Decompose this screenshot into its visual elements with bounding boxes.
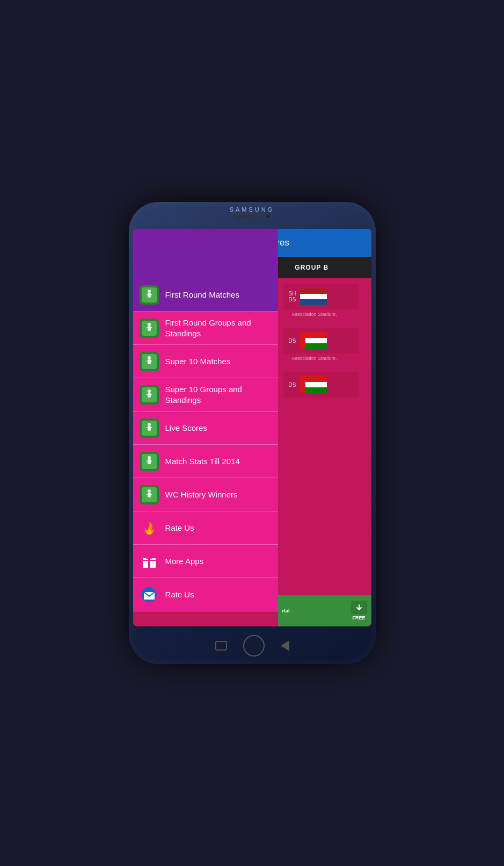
svg-rect-22 — [148, 426, 151, 431]
cricket-icon-4 — [140, 385, 159, 405]
drawer-item-wc-history[interactable]: WC History Winners — [133, 478, 278, 511]
drawer-header — [133, 229, 278, 278]
svg-rect-14 — [148, 359, 151, 364]
wc-history-label: WC History Winners — [165, 489, 238, 500]
mail-icon — [140, 585, 159, 604]
live-scores-label: Live Scores — [165, 423, 207, 434]
drawer-item-match-stats[interactable]: Match Stats Till 2014 — [133, 445, 278, 478]
cricket-icon-7 — [140, 485, 159, 504]
flame-icon — [140, 518, 159, 538]
svg-rect-26 — [148, 459, 151, 464]
svg-point-17 — [148, 389, 151, 393]
back-button[interactable] — [281, 640, 289, 651]
svg-rect-10 — [148, 326, 151, 331]
svg-point-13 — [148, 356, 151, 359]
svg-point-5 — [148, 290, 151, 293]
promo-text: rtal — [282, 608, 290, 614]
promo-bar: rtal FREE — [278, 595, 371, 626]
rate-us-2-label: Rate Us — [165, 589, 194, 600]
flag-netherlands — [300, 288, 327, 305]
drawer-item-first-round-groups[interactable]: First Round Groups and Standings — [133, 312, 278, 345]
svg-rect-6 — [148, 293, 151, 298]
speaker-grill — [234, 215, 261, 218]
svg-point-29 — [148, 489, 151, 493]
cricket-icon-2 — [140, 319, 159, 338]
home-button[interactable] — [243, 635, 265, 656]
drawer-item-rate-us-2[interactable]: Rate Us — [133, 578, 278, 611]
super10-matches-label: Super 10 Matches — [165, 356, 231, 367]
drawer-item-first-round-matches[interactable]: First Round Matches — [133, 278, 278, 312]
svg-rect-35 — [143, 560, 156, 561]
download-button[interactable] — [351, 601, 367, 614]
svg-rect-18 — [148, 393, 151, 398]
match-stats-label: Match Stats Till 2014 — [165, 456, 240, 467]
drawer-item-super10-groups[interactable]: Super 10 Groups and Standings — [133, 378, 278, 412]
svg-point-21 — [148, 423, 151, 426]
camera-lens — [265, 214, 270, 219]
flag-oman — [300, 332, 327, 349]
phone-screen: T20 Wordlcup 2016 fixtures GROUP A GROUP… — [133, 229, 371, 626]
super10-groups-label: Super 10 Groups and Standings — [165, 384, 272, 405]
phone-device: SAMSUNG T20 Wordlcup 2016 fixtur — [129, 202, 376, 664]
brand-label: SAMSUNG — [230, 206, 275, 213]
cricket-icon-1 — [140, 285, 159, 305]
drawer-item-live-scores[interactable]: Live Scores — [133, 412, 278, 445]
match-item-1: SH DS — [283, 284, 359, 309]
drawer-item-rate-us-1[interactable]: Rate Us — [133, 511, 278, 545]
first-round-groups-label: First Round Groups and Standings — [165, 317, 272, 338]
svg-rect-34 — [148, 558, 150, 568]
cricket-icon-3 — [140, 352, 159, 371]
match-item-2: DS — [283, 328, 359, 353]
match-item-3: DS — [283, 372, 359, 398]
rate-us-1-label: Rate Us — [165, 523, 194, 533]
more-apps-label: More Apps — [165, 556, 204, 567]
navigation-drawer: First Round Matches First Round Groups a… — [133, 229, 278, 626]
venue-2: Association Stadium, — [289, 356, 371, 361]
drawer-items-list: First Round Matches First Round Groups a… — [133, 278, 278, 626]
drawer-item-super10-matches[interactable]: Super 10 Matches — [133, 345, 278, 378]
gift-icon — [140, 552, 159, 571]
free-label: FREE — [352, 615, 365, 620]
first-round-matches-label: First Round Matches — [165, 290, 239, 300]
svg-point-9 — [148, 323, 151, 326]
flag-oman-2 — [300, 376, 327, 393]
drawer-item-more-apps[interactable]: More Apps — [133, 545, 278, 578]
recents-button[interactable] — [215, 641, 227, 651]
svg-rect-30 — [148, 493, 151, 497]
venue-1: Association Stadium, — [289, 312, 371, 317]
cricket-icon-5 — [140, 418, 159, 438]
svg-point-25 — [148, 456, 151, 459]
cricket-icon-6 — [140, 452, 159, 471]
bottom-navigation — [215, 635, 289, 656]
